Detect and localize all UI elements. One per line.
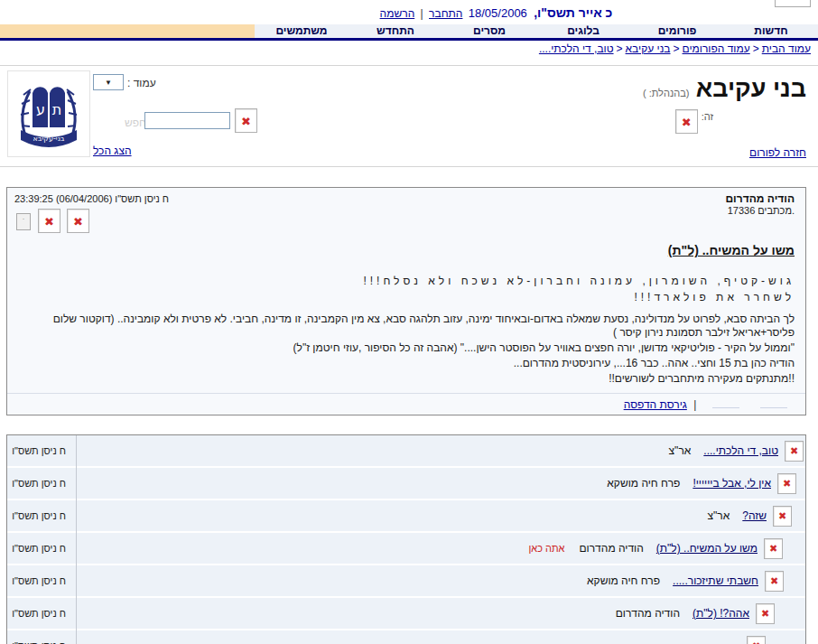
navbar-rule: [0, 38, 818, 41]
reply-date: ח ניסן תשס"ו: [7, 575, 77, 586]
page-label: עמוד :: [127, 77, 156, 89]
post-body: גוש-קטיף, השומרון, עמונה וחברון-לא נשכח …: [18, 275, 795, 387]
post-title-link[interactable]: משו על המשיח.. (ל"ת): [668, 243, 795, 257]
forum-this-row: זה: ✖: [675, 109, 713, 134]
reply-author: הודיה מהדרום: [579, 542, 643, 555]
print-version-link[interactable]: גירסת הדפסה: [624, 398, 687, 411]
svg-text:ע: ע: [36, 101, 45, 118]
reply-date: ח ניסן תשס"ו: [7, 608, 77, 619]
broken-image-icon: ✖: [675, 109, 698, 134]
navbar-accent-block: [0, 24, 255, 38]
nav-item-news[interactable]: חדשות: [724, 24, 818, 38]
show-all-link[interactable]: הצג הכל: [93, 145, 132, 157]
reply-content: ✖ אהה?! (ל"ת) הודיה מהדרום: [77, 603, 775, 624]
main-post: ח ניסן תשס"ו (06/04/2006) 23:39:25 · ✖ ✖…: [6, 187, 806, 415]
breadcrumb-forums-page[interactable]: עמוד הפורומים: [683, 42, 750, 55]
reply-date: ח ניסן תשס"ו: [7, 445, 77, 456]
nav-item-renew[interactable]: התחדש: [349, 24, 442, 38]
reply-row: ✖ משו על המשיח.. (ל"ת) הודיה מהדרום אתה …: [7, 533, 805, 564]
post-footer: | גירסת הדפסה: [7, 393, 805, 415]
main-navbar: חדשות פורומים בלוגים מסרים התחדש משתמשים: [0, 24, 818, 38]
reply-content: ✖: [77, 636, 766, 644]
svg-text:בני-עקיבא: בני-עקיבא: [33, 135, 65, 143]
reply-date: ח ניסן תשס"ו: [7, 478, 77, 489]
reply-row: ✖ ח ניסן תשס"ו: [7, 630, 805, 644]
post-author-block: הודיה מהדרום 17336 מכתבים.: [725, 192, 795, 216]
post-body-line: לשחרר את פולארד!!!: [18, 291, 795, 304]
post-body-line: הודיה כהן בת 15 וחצי.. אהה.. כבר 16..., …: [18, 357, 795, 370]
reply-row: ✖ חשבתי שתיזכור..... פרח חיה מושקא ח ניס…: [7, 565, 805, 596]
broken-image-icon: ✖: [765, 571, 784, 592]
topbar-separator: |: [421, 7, 423, 20]
post-date: ח ניסן תשס"ו (06/04/2006) 23:39:25: [14, 193, 169, 204]
breadcrumb: עמוד הבית>עמוד הפורומים>בני עקיבא>טוב, ד…: [539, 42, 811, 55]
breadcrumb-current-thread[interactable]: טוב, די הלכתי....: [539, 42, 614, 55]
reply-row: ✖ טוב, די הלכתי.... אר"צ ח ניסן תשס"ו: [7, 435, 805, 466]
search-label: חפש: [125, 117, 146, 129]
reply-title-link[interactable]: טוב, די הלכתי....: [703, 444, 778, 457]
reply-author: אר"צ: [708, 509, 730, 522]
reply-author: פרח חיה מושקא: [587, 574, 660, 587]
reply-title-link[interactable]: שזה?: [742, 509, 767, 522]
reply-row: ✖ אהה?! (ל"ת) הודיה מהדרום ח ניסן תשס"ו: [7, 598, 805, 629]
back-to-forum-link[interactable]: חזרה לפורום: [749, 146, 806, 159]
reply-title-link[interactable]: משו על המשיח.. (ל"ת): [656, 542, 758, 555]
reply-row: ✖ אין לי, אבל ביייייי! פרח חיה מושקא ח נ…: [7, 468, 805, 499]
you-are-here-label: אתה כאן: [528, 543, 564, 554]
post-body-line: גוש-קטיף, השומרון, עמונה וחברון-לא נשכח …: [18, 275, 795, 288]
reply-content: ✖ משו על המשיח.. (ל"ת) הודיה מהדרום אתה …: [77, 538, 783, 559]
hebrew-date: כ אייר תשס"ו,: [534, 5, 612, 20]
reply-row: ✖ שזה? אר"צ ח ניסן תשס"ו: [7, 500, 805, 531]
mini-broken-icon: ·: [16, 213, 31, 230]
broken-image-icon: ✖: [777, 473, 796, 494]
reply-date: ח ניסן תשס"ו: [7, 543, 77, 554]
post-author-message-count: 17336 מכתבים.: [725, 205, 795, 216]
post-body-line: לך הביתה סבא, לפרוט על מנדולינה, נסעת שמ…: [18, 313, 795, 340]
reply-content: ✖ אין לי, אבל ביייייי! פרח חיה מושקא: [77, 473, 796, 494]
nav-item-messages[interactable]: מסרים: [442, 24, 536, 38]
chevron-down-icon: ▼: [105, 79, 112, 87]
post-author: הודיה מהדרום: [725, 192, 795, 205]
this-label: זה:: [702, 109, 713, 122]
forum-title: בני עקיבא: [696, 75, 806, 102]
corner-box: [775, 0, 811, 7]
broken-image-icon: ✖: [747, 636, 766, 644]
forum-page: { "top_bar": { "hebrew_date": "כ אייר תש…: [0, 0, 818, 644]
login-link[interactable]: התחבר: [429, 7, 462, 20]
broken-image-icon: ✖: [785, 441, 804, 462]
post-body-line: "וממול על הקיר - פוליטיקאי מדושן, יורה ח…: [18, 341, 795, 355]
nav-item-users[interactable]: משתמשים: [255, 24, 349, 38]
nav-item-forums[interactable]: פורומים: [630, 24, 724, 38]
reply-date-divider: [76, 435, 77, 644]
broken-image-icon: ✖: [756, 603, 775, 624]
search-input[interactable]: [144, 112, 230, 129]
reply-author: פרח חיה מושקא: [607, 477, 680, 490]
reply-title-link[interactable]: חשבתי שתיזכור.....: [673, 574, 758, 587]
page-dropdown[interactable]: ▼: [93, 74, 124, 90]
reply-date: ח ניסן תשס"ו: [7, 510, 77, 521]
forum-logo: ת ע בני-עקיבא: [7, 70, 90, 157]
breadcrumb-separator: >: [617, 42, 623, 55]
breadcrumb-bnei-akiva[interactable]: בני עקיבא: [626, 42, 671, 55]
broken-image-icon: ✖: [764, 538, 783, 559]
broken-image-icon: ✖: [67, 209, 89, 233]
forum-title-wrap: בני עקיבא (בהנהלת: ): [643, 75, 806, 103]
breadcrumb-separator: >: [753, 42, 759, 55]
forum-header: ת ע בני-עקיבא ▼ עמוד : חפש ✖ הצג הכל בני…: [0, 65, 818, 167]
breadcrumb-separator: >: [674, 42, 680, 55]
register-link[interactable]: הרשמה: [380, 7, 415, 20]
bnei-akiva-emblem-icon: ת ע בני-עקיבא: [13, 73, 85, 154]
breadcrumb-home[interactable]: עמוד הבית: [762, 42, 811, 55]
faded-action-link[interactable]: [712, 398, 739, 408]
nav-item-blogs[interactable]: בלוגים: [536, 24, 630, 38]
reply-author: הודיה מהדרום: [616, 607, 680, 620]
replies-list: ✖ טוב, די הלכתי.... אר"צ ח ניסן תשס"ו ✖ …: [6, 434, 806, 644]
reply-author: אר"צ: [669, 444, 692, 457]
reply-title-link[interactable]: אהה?! (ל"ת): [693, 607, 749, 620]
faded-action-link[interactable]: [760, 398, 787, 408]
reply-title-link[interactable]: אין לי, אבל ביייייי!: [693, 477, 771, 490]
post-body-line: !!מתנתקים מעקירה מיתחברים לשורשים!!: [18, 372, 795, 386]
reply-content: ✖ שזה? אר"צ: [77, 506, 792, 527]
gregorian-date: 18/05/2006: [469, 6, 527, 20]
broken-image-icon: ✖: [38, 209, 60, 233]
